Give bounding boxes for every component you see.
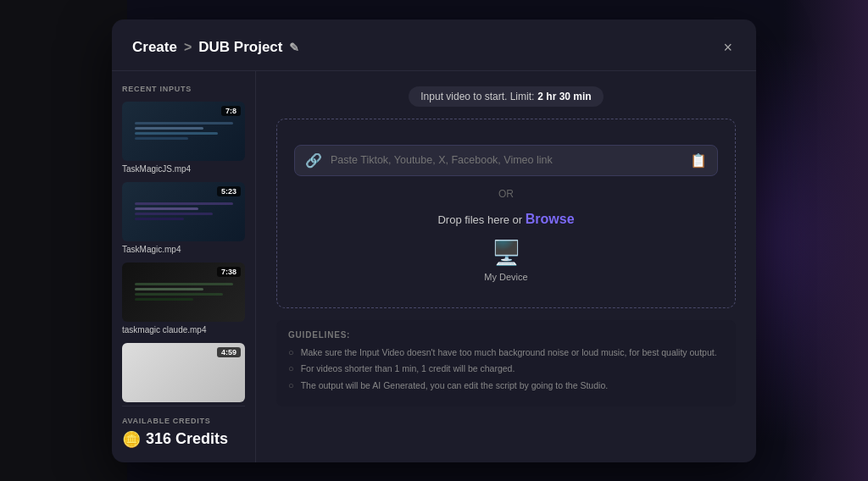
guideline-item-2: ○ For videos shorter than 1 min, 1 credi…	[288, 362, 724, 375]
guideline-dot-1: ○	[288, 347, 294, 357]
device-label: My Device	[484, 272, 527, 282]
url-input[interactable]	[331, 154, 682, 166]
guideline-text-1: Make sure the Input Video doesn't have t…	[301, 346, 717, 359]
guideline-dot-2: ○	[288, 363, 294, 373]
drop-text-row: Drop files here or Browse	[437, 212, 574, 227]
info-pill: Input video to start. Limit: 2 hr 30 min	[409, 86, 603, 107]
thumb-line	[135, 298, 194, 301]
recent-name-2: TaskMagic.mp4	[122, 245, 245, 254]
available-credits-label: AVAILABLE CREDITS	[122, 417, 245, 425]
thumb-line	[135, 122, 233, 124]
or-divider: OR	[498, 188, 514, 200]
recent-inputs-label: RECENT INPUTS	[122, 85, 245, 93]
recent-item-2[interactable]: 5:23 TaskMagic.mp4	[122, 182, 245, 254]
guidelines-section: GUIDELINES: ○ Make sure the Input Video …	[276, 320, 736, 406]
thumb-line	[135, 132, 219, 135]
clipboard-icon[interactable]: 📋	[690, 152, 707, 169]
edit-icon[interactable]: ✎	[289, 41, 299, 54]
guideline-text-3: The output will be AI Generated, you can…	[301, 379, 608, 392]
recent-item-4[interactable]: 4:59	[122, 343, 245, 406]
info-limit: 2 hr 30 min	[537, 91, 591, 102]
credits-value: 🪙 316 Credits	[122, 430, 245, 449]
thumb-line	[135, 202, 233, 205]
drop-zone[interactable]: 🔗 📋 OR Drop files here or Browse 🖥️ My D…	[276, 119, 736, 308]
recent-item-1[interactable]: 7:8 TaskMagicJS.mp4	[122, 102, 245, 174]
recent-item-3[interactable]: 7:38 taskmagic claude.mp4	[122, 263, 245, 334]
thumb-line	[135, 213, 214, 215]
duration-badge-4: 4:59	[217, 347, 241, 357]
duration-badge-1: 7:8	[221, 106, 241, 116]
device-icon: 🖥️	[492, 239, 521, 267]
thumb-line	[135, 283, 233, 285]
info-prefix: Input video to start. Limit:	[420, 91, 534, 102]
browse-link[interactable]: Browse	[526, 212, 575, 226]
bg-blur-right	[783, 0, 868, 481]
duration-badge-3: 7:38	[217, 267, 241, 277]
modal-body: RECENT INPUTS 7:8	[112, 71, 756, 462]
create-dub-modal: Create > DUB Project ✎ × RECENT INPUTS	[112, 19, 756, 462]
thumbnail-2: 5:23	[122, 182, 245, 241]
modal-title: Create > DUB Project ✎	[132, 39, 299, 56]
credits-section: AVAILABLE CREDITS 🪙 316 Credits	[122, 406, 245, 449]
duration-badge-2: 5:23	[217, 186, 241, 196]
guideline-item-3: ○ The output will be AI Generated, you c…	[288, 379, 724, 392]
thumbnail-3: 7:38	[122, 263, 245, 322]
thumb-line	[135, 218, 184, 220]
recent-inputs-list: 7:8 TaskMagicJS.mp4	[122, 102, 245, 406]
breadcrumb-create: Create	[132, 39, 177, 56]
coins-icon: 🪙	[122, 430, 141, 449]
sidebar: RECENT INPUTS 7:8	[112, 71, 256, 462]
thumb-line	[135, 207, 198, 210]
thumbnail-1: 7:8	[122, 102, 245, 161]
url-input-row: 🔗 📋	[294, 145, 718, 176]
thumb-line	[135, 288, 203, 290]
breadcrumb-project: DUB Project	[198, 39, 282, 56]
guidelines-title: GUIDELINES:	[288, 330, 724, 340]
guideline-dot-3: ○	[288, 380, 294, 390]
guideline-item-1: ○ Make sure the Input Video doesn't have…	[288, 346, 724, 359]
recent-name-1: TaskMagicJS.mp4	[122, 164, 245, 174]
modal-header: Create > DUB Project ✎ ×	[112, 19, 756, 71]
device-icon-wrap[interactable]: 🖥️ My Device	[484, 239, 527, 282]
thumb-line	[135, 137, 189, 140]
credits-number: 316 Credits	[146, 430, 228, 448]
main-content: Input video to start. Limit: 2 hr 30 min…	[256, 71, 756, 462]
recent-name-3: taskmagic claude.mp4	[122, 325, 245, 334]
drop-text: Drop files here or	[437, 213, 525, 226]
breadcrumb-separator: >	[184, 40, 192, 55]
bg-blur-left	[0, 0, 127, 481]
close-button[interactable]: ×	[720, 36, 736, 58]
guideline-text-2: For videos shorter than 1 min, 1 credit …	[301, 362, 515, 375]
thumb-line	[135, 293, 223, 296]
link-icon: 🔗	[305, 152, 322, 169]
thumb-line	[135, 127, 203, 130]
thumbnail-4: 4:59	[122, 343, 245, 402]
